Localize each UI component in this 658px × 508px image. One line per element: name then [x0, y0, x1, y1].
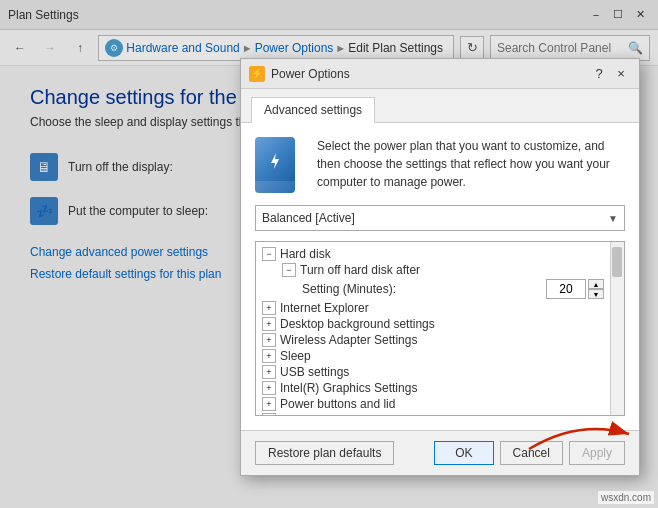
toggle-ie[interactable]: + [262, 301, 276, 315]
plan-dropdown-text: Balanced [Active] [262, 211, 608, 225]
tree-item-intel[interactable]: + Intel(R) Graphics Settings [256, 380, 610, 396]
dropdown-arrow-icon: ▼ [608, 213, 618, 224]
tree-label-harddisk: Hard disk [280, 247, 604, 261]
tree-item-minutes: Setting (Minutes): ▲ ▼ [256, 278, 610, 300]
toggle-usb[interactable]: + [262, 365, 276, 379]
toggle-powerbtns[interactable]: + [262, 397, 276, 411]
modal-titlebar: ⚡ Power Options ? × [241, 59, 639, 89]
info-section: Select the power plan that you want to c… [255, 137, 625, 191]
info-icon [255, 137, 305, 187]
toggle-sleep[interactable]: + [262, 349, 276, 363]
lightning-icon [265, 151, 285, 171]
ok-button[interactable]: OK [434, 441, 493, 465]
tree-scrollbar[interactable] [610, 242, 624, 415]
modal-title: Power Options [271, 67, 583, 81]
tree-item-sleep[interactable]: + Sleep [256, 348, 610, 364]
toggle-intel[interactable]: + [262, 381, 276, 395]
tree-label-usb: USB settings [280, 365, 604, 379]
spinner-down-button[interactable]: ▼ [588, 289, 604, 299]
modal-close-button[interactable]: × [611, 64, 631, 84]
toggle-turnoff[interactable]: − [282, 263, 296, 277]
modal-help-button[interactable]: ? [589, 64, 609, 84]
plan-dropdown[interactable]: Balanced [Active] ▼ [255, 205, 625, 231]
tree-label-turnoff: Turn off hard disk after [300, 263, 604, 277]
modal-controls: ? × [589, 64, 631, 84]
tree-label-sleep: Sleep [280, 349, 604, 363]
tree-item-usb[interactable]: + USB settings [256, 364, 610, 380]
tree-item-ie[interactable]: + Internet Explorer [256, 300, 610, 316]
tree-item-harddisk[interactable]: − Hard disk [256, 246, 610, 262]
tree-content: − Hard disk − Turn off hard disk after S… [256, 242, 624, 415]
power-icon-shape [255, 137, 295, 185]
cancel-button[interactable]: Cancel [500, 441, 563, 465]
tree-label-powerbtns: Power buttons and lid [280, 397, 604, 411]
scrollbar-thumb[interactable] [612, 247, 622, 277]
tree-item-desktop[interactable]: + Desktop background settings [256, 316, 610, 332]
toggle-wireless[interactable]: + [262, 333, 276, 347]
spinner-up-button[interactable]: ▲ [588, 279, 604, 289]
modal-icon: ⚡ [249, 66, 265, 82]
tree-label-minutes: Setting (Minutes): [302, 282, 546, 296]
tree-item-powerbtns[interactable]: + Power buttons and lid [256, 396, 610, 412]
tab-advanced-settings[interactable]: Advanced settings [251, 97, 375, 123]
tree-item-pci[interactable]: + PCI Express [256, 412, 610, 415]
tree-container: − Hard disk − Turn off hard disk after S… [255, 241, 625, 416]
modal-tabs: Advanced settings [241, 89, 639, 123]
tree-label-ie: Internet Explorer [280, 301, 604, 315]
tree-label-pci: PCI Express [280, 413, 604, 415]
tree-item-wireless[interactable]: + Wireless Adapter Settings [256, 332, 610, 348]
toggle-desktop[interactable]: + [262, 317, 276, 331]
restore-plan-defaults-button[interactable]: Restore plan defaults [255, 441, 394, 465]
toggle-harddisk[interactable]: − [262, 247, 276, 261]
modal-body: Select the power plan that you want to c… [241, 123, 639, 430]
footer-left: Restore plan defaults [255, 441, 428, 465]
tree-item-turnoff[interactable]: − Turn off hard disk after [256, 262, 610, 278]
info-text: Select the power plan that you want to c… [317, 137, 625, 191]
spinner-buttons: ▲ ▼ [588, 279, 604, 299]
tree-label-desktop: Desktop background settings [280, 317, 604, 331]
minutes-spinner[interactable]: ▲ ▼ [546, 279, 604, 299]
tree-label-wireless: Wireless Adapter Settings [280, 333, 604, 347]
tree-label-intel: Intel(R) Graphics Settings [280, 381, 604, 395]
watermark: wsxdn.com [598, 491, 654, 504]
modal-footer: Restore plan defaults OK Cancel Apply [241, 430, 639, 475]
minutes-input[interactable] [546, 279, 586, 299]
apply-button[interactable]: Apply [569, 441, 625, 465]
power-options-modal: ⚡ Power Options ? × Advanced settings Se… [240, 58, 640, 476]
toggle-pci[interactable]: + [262, 413, 276, 415]
